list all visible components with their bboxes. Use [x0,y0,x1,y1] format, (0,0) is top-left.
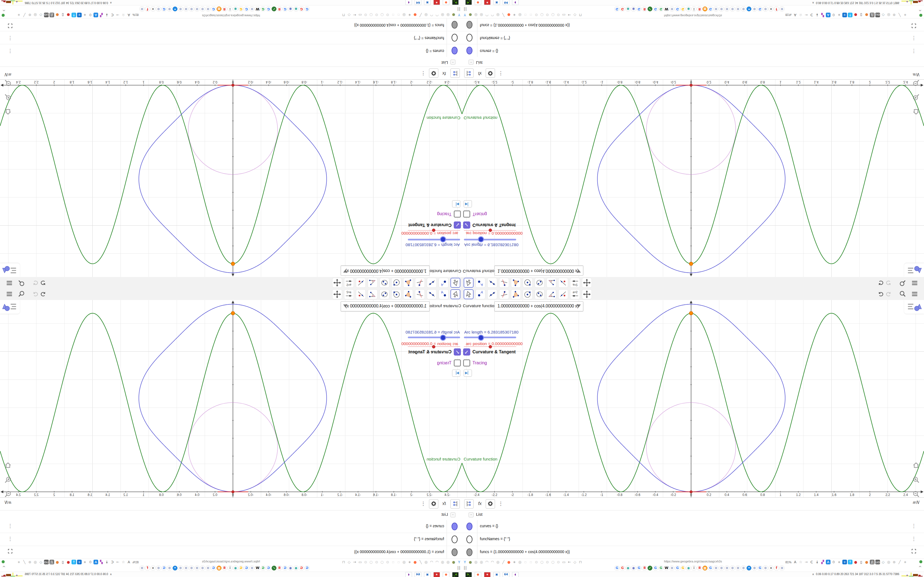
shield-favicon[interactable]: ⊛ [167,6,172,11]
shield-favicon[interactable]: ⊛ [178,6,183,11]
shield-icon[interactable]: ◇ [39,560,43,564]
forward-arrow-icon[interactable]: → [115,560,120,564]
gear-icon[interactable]: ∗ [407,560,412,564]
placeholder-icon[interactable]: ▫ [391,13,396,17]
curvature-tangent-checkbox[interactable]: ✓ [463,221,470,229]
f-favicon[interactable]: f [774,566,779,571]
globe-icon[interactable]: ◎ [33,13,38,17]
globe-icon[interactable]: ◎ [424,13,428,17]
gear-icon[interactable]: ∗ [512,560,517,564]
pencil-icon[interactable]: ▞ [820,560,825,564]
counter-icon[interactable]: 0 [88,13,93,17]
adblock-icon[interactable]: ● [66,560,71,564]
save64-app[interactable]: 64 [503,0,509,5]
arc-length-slider[interactable] [408,239,460,240]
tool-polygon-button[interactable] [511,289,521,299]
tool-move-graphics-view-button[interactable] [332,289,342,299]
firefox-icon[interactable]: ● [413,13,417,17]
yandex-favicon[interactable]: Я [642,6,647,11]
algebra-row[interactable]: funcs = {1.000000000000 + cos(4.00000000… [0,546,462,559]
display-app[interactable]: ▣ [493,0,500,5]
algebra-row[interactable]: funcNames = {" "}⋮ [462,533,924,546]
visibility-dot[interactable] [452,548,457,556]
counter-icon[interactable]: 0 [831,13,836,17]
shield-favicon[interactable]: ⊛ [249,566,255,571]
toggle-icon[interactable]: ⊙ [556,560,561,564]
graphics-view[interactable]: Curvature function 1.000000000000 + cos(… [462,80,924,277]
tool-polygon-button[interactable] [511,278,521,288]
collapse-chevron-icon[interactable]: ^ [918,565,922,570]
tool-slider-button[interactable]: a=2 [344,289,354,299]
shield-favicon[interactable]: ⊛ [194,566,200,571]
google-favicon[interactable]: G [620,566,625,571]
shield-favicon[interactable]: ⊛ [724,6,730,11]
zoom-level-badge[interactable]: 81% [785,561,792,564]
google-favicon[interactable]: G [266,6,271,11]
tree-view-button[interactable] [451,499,460,509]
bookmark-star-icon[interactable]: ☆ [798,560,803,564]
download-icon[interactable]: ↓ [105,560,109,564]
wrench-icon[interactable]: ╱ [897,560,902,564]
toggle-icon[interactable]: ⊙ [363,560,368,564]
tool-angle-button[interactable]: α [546,278,556,288]
download-icon[interactable]: ↓ [815,13,819,17]
yandex-favicon[interactable]: Я [277,6,282,11]
function-selector-dropdown[interactable]: 1.000000000000 + cos(4.000000000000 x) [494,301,583,311]
adblock-icon[interactable]: ● [853,560,858,564]
globe-icon[interactable]: ◎ [517,560,522,564]
wrench-icon[interactable]: ╱ [897,13,902,17]
tool-line-button[interactable] [427,278,437,288]
tool-perpendicular-line-button[interactable] [499,278,509,288]
tool-move-graphics-view-button[interactable] [582,289,592,299]
check-favicon[interactable]: ✓ [271,6,277,11]
firefox-icon[interactable]: ● [507,560,511,564]
shield-icon[interactable]: ◇ [573,560,577,564]
menu-icon[interactable] [5,279,13,287]
f-favicon[interactable]: f [145,566,150,571]
gear-icon[interactable]: ∗ [512,13,517,17]
check-favicon[interactable]: ✓ [271,566,277,571]
algebra-row[interactable]: funcNames = {" "}⋮ [0,533,462,546]
google-favicon[interactable]: G [299,6,304,11]
home-icon[interactable] [3,107,12,116]
globe-icon[interactable]: ◎ [496,560,500,564]
photos-favicon[interactable]: ▦ [216,6,222,11]
google-favicon[interactable]: G [614,566,620,571]
placeholder-icon[interactable]: ▫ [396,13,401,17]
tool-move-graphics-view-button[interactable] [332,278,342,288]
algebra-view-icon[interactable]: ≡N [912,500,919,505]
pause-icon[interactable]: || [464,566,467,570]
shield-favicon[interactable]: ⊛ [178,566,183,571]
shield-favicon[interactable]: ⊛ [730,6,735,11]
tool-reflect-about-line-button[interactable] [356,278,366,288]
translate-icon[interactable]: A [94,560,98,564]
shield-favicon[interactable]: ⊛ [189,6,194,11]
tool-reflect-about-line-button[interactable] [356,289,366,299]
add-icon[interactable]: + [842,13,847,17]
up-arrow-icon[interactable]: ↑ [71,560,76,564]
list-group-header[interactable]: − List [0,511,462,520]
kebab-menu-icon[interactable]: ⋮ [8,48,13,54]
placeholder-icon[interactable]: ▫ [528,13,533,17]
tool-reflect-about-line-button[interactable] [558,289,568,299]
arc-ext-icon[interactable]: ◠ [435,13,439,17]
shield-favicon[interactable]: ⊛ [249,6,255,11]
folder-icon[interactable]: ▭ [562,560,566,564]
zoom-in-icon[interactable] [912,92,921,101]
algebra-row[interactable]: funcNames = {" "}⋮ [0,31,462,44]
shield-favicon[interactable]: ⊛ [669,6,675,11]
shield-icon[interactable]: ◇ [39,13,43,17]
kebab-menu-icon[interactable]: ⋮ [8,536,13,542]
shield-icon[interactable]: ◇ [347,13,351,17]
tool-angle-button[interactable]: α [368,278,378,288]
google-favicon[interactable]: G [283,6,288,11]
uo-icon[interactable]: uo [44,13,48,17]
shield-favicon[interactable]: ⊛ [189,566,194,571]
google-favicon[interactable]: G [299,566,304,571]
folder-icon[interactable]: ▭ [358,13,362,17]
google-favicon[interactable]: G [238,566,244,571]
teal-favicon[interactable]: ◉ [686,566,691,571]
zoom-out-icon[interactable] [3,80,12,87]
mask-app[interactable]: ◖ [405,572,412,577]
firefox-app[interactable]: ● [475,572,481,577]
